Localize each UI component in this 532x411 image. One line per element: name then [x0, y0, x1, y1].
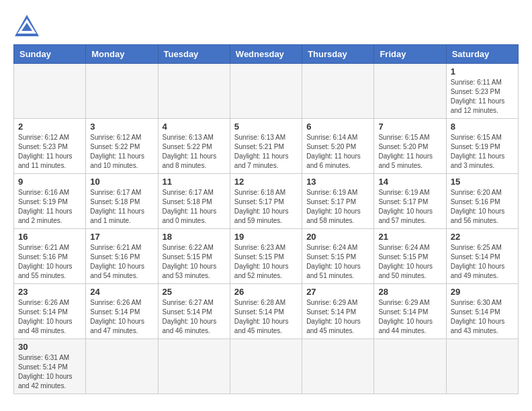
calendar-cell: [14, 64, 86, 119]
calendar-cell: 4Sunrise: 6:13 AMSunset: 5:22 PMDaylight…: [158, 119, 230, 174]
calendar-cell: [158, 64, 230, 119]
day-number: 14: [378, 177, 441, 187]
calendar-cell: 28Sunrise: 6:29 AMSunset: 5:14 PMDayligh…: [374, 284, 446, 339]
calendar-cell: 27Sunrise: 6:29 AMSunset: 5:14 PMDayligh…: [302, 284, 374, 339]
day-info: Sunrise: 6:25 AMSunset: 5:14 PMDaylight:…: [451, 243, 514, 281]
calendar-cell: 30Sunrise: 6:31 AMSunset: 5:14 PMDayligh…: [14, 339, 86, 394]
calendar-cell: [230, 339, 302, 394]
day-info: Sunrise: 6:20 AMSunset: 5:16 PMDaylight:…: [451, 188, 514, 226]
calendar-cell: 29Sunrise: 6:30 AMSunset: 5:14 PMDayligh…: [446, 284, 518, 339]
weekday-header: Monday: [86, 45, 158, 64]
day-info: Sunrise: 6:15 AMSunset: 5:20 PMDaylight:…: [378, 133, 441, 171]
day-info: Sunrise: 6:12 AMSunset: 5:22 PMDaylight:…: [90, 133, 153, 171]
calendar-cell: 20Sunrise: 6:24 AMSunset: 5:15 PMDayligh…: [302, 229, 374, 284]
calendar-cell: [302, 64, 374, 119]
day-info: Sunrise: 6:21 AMSunset: 5:16 PMDaylight:…: [90, 243, 153, 281]
calendar-cell: 14Sunrise: 6:19 AMSunset: 5:17 PMDayligh…: [374, 174, 446, 229]
calendar-cell: 13Sunrise: 6:19 AMSunset: 5:17 PMDayligh…: [302, 174, 374, 229]
calendar-cell: 25Sunrise: 6:27 AMSunset: 5:14 PMDayligh…: [158, 284, 230, 339]
day-number: 13: [306, 177, 369, 187]
page-header: [13, 13, 519, 38]
day-info: Sunrise: 6:29 AMSunset: 5:14 PMDaylight:…: [306, 298, 369, 336]
day-info: Sunrise: 6:29 AMSunset: 5:14 PMDaylight:…: [378, 298, 441, 336]
calendar-cell: 16Sunrise: 6:21 AMSunset: 5:16 PMDayligh…: [14, 229, 86, 284]
calendar-cell: 18Sunrise: 6:22 AMSunset: 5:15 PMDayligh…: [158, 229, 230, 284]
day-info: Sunrise: 6:23 AMSunset: 5:15 PMDaylight:…: [234, 243, 298, 281]
day-number: 15: [451, 177, 514, 187]
calendar-cell: 8Sunrise: 6:15 AMSunset: 5:19 PMDaylight…: [446, 119, 518, 174]
day-number: 26: [234, 287, 298, 297]
day-info: Sunrise: 6:17 AMSunset: 5:18 PMDaylight:…: [163, 188, 226, 226]
day-number: 24: [90, 287, 153, 297]
day-info: Sunrise: 6:13 AMSunset: 5:21 PMDaylight:…: [234, 133, 298, 171]
calendar-cell: 24Sunrise: 6:26 AMSunset: 5:14 PMDayligh…: [86, 284, 158, 339]
weekday-header: Friday: [374, 45, 446, 64]
calendar-cell: 26Sunrise: 6:28 AMSunset: 5:14 PMDayligh…: [230, 284, 302, 339]
calendar-cell: [86, 64, 158, 119]
calendar-cell: 7Sunrise: 6:15 AMSunset: 5:20 PMDaylight…: [374, 119, 446, 174]
calendar-cell: [86, 339, 158, 394]
calendar-cell: [158, 339, 230, 394]
weekday-header: Saturday: [446, 45, 518, 64]
day-info: Sunrise: 6:18 AMSunset: 5:17 PMDaylight:…: [234, 188, 298, 226]
day-number: 1: [451, 66, 514, 77]
calendar-cell: [230, 64, 302, 119]
weekday-header: Thursday: [302, 45, 374, 64]
day-number: 8: [451, 122, 514, 132]
day-number: 16: [18, 232, 81, 242]
calendar-cell: 23Sunrise: 6:26 AMSunset: 5:14 PMDayligh…: [14, 284, 86, 339]
day-number: 27: [306, 287, 369, 297]
day-info: Sunrise: 6:17 AMSunset: 5:18 PMDaylight:…: [90, 188, 153, 226]
day-number: 20: [306, 232, 369, 242]
day-info: Sunrise: 6:30 AMSunset: 5:14 PMDaylight:…: [451, 298, 514, 336]
day-info: Sunrise: 6:13 AMSunset: 5:22 PMDaylight:…: [163, 133, 226, 171]
day-number: 7: [378, 122, 441, 132]
day-info: Sunrise: 6:28 AMSunset: 5:14 PMDaylight:…: [234, 298, 298, 336]
day-info: Sunrise: 6:24 AMSunset: 5:15 PMDaylight:…: [378, 243, 441, 281]
calendar-cell: 19Sunrise: 6:23 AMSunset: 5:15 PMDayligh…: [230, 229, 302, 284]
logo: [13, 13, 44, 38]
calendar-cell: 11Sunrise: 6:17 AMSunset: 5:18 PMDayligh…: [158, 174, 230, 229]
day-number: 5: [234, 122, 298, 132]
day-info: Sunrise: 6:22 AMSunset: 5:15 PMDaylight:…: [163, 243, 226, 281]
day-number: 11: [163, 177, 226, 187]
calendar-cell: [446, 339, 518, 394]
day-number: 4: [163, 122, 226, 132]
calendar-cell: 2Sunrise: 6:12 AMSunset: 5:23 PMDaylight…: [14, 119, 86, 174]
day-number: 18: [163, 232, 226, 242]
calendar-cell: [374, 339, 446, 394]
day-number: 28: [378, 287, 441, 297]
calendar-cell: 5Sunrise: 6:13 AMSunset: 5:21 PMDaylight…: [230, 119, 302, 174]
weekday-header: Tuesday: [158, 45, 230, 64]
calendar-cell: 6Sunrise: 6:14 AMSunset: 5:20 PMDaylight…: [302, 119, 374, 174]
day-info: Sunrise: 6:15 AMSunset: 5:19 PMDaylight:…: [451, 133, 514, 171]
day-number: 9: [18, 177, 81, 187]
calendar-table: SundayMondayTuesdayWednesdayThursdayFrid…: [13, 44, 519, 394]
day-info: Sunrise: 6:26 AMSunset: 5:14 PMDaylight:…: [18, 298, 81, 336]
calendar-cell: 22Sunrise: 6:25 AMSunset: 5:14 PMDayligh…: [446, 229, 518, 284]
calendar-cell: 3Sunrise: 6:12 AMSunset: 5:22 PMDaylight…: [86, 119, 158, 174]
day-number: 2: [18, 122, 81, 132]
day-info: Sunrise: 6:21 AMSunset: 5:16 PMDaylight:…: [18, 243, 81, 281]
day-info: Sunrise: 6:14 AMSunset: 5:20 PMDaylight:…: [306, 133, 369, 171]
day-number: 19: [234, 232, 298, 242]
calendar-cell: 10Sunrise: 6:17 AMSunset: 5:18 PMDayligh…: [86, 174, 158, 229]
calendar-cell: 15Sunrise: 6:20 AMSunset: 5:16 PMDayligh…: [446, 174, 518, 229]
calendar-cell: [374, 64, 446, 119]
weekday-header: Wednesday: [230, 45, 302, 64]
day-info: Sunrise: 6:26 AMSunset: 5:14 PMDaylight:…: [90, 298, 153, 336]
day-number: 3: [90, 122, 153, 132]
day-info: Sunrise: 6:16 AMSunset: 5:19 PMDaylight:…: [18, 188, 81, 226]
day-number: 21: [378, 232, 441, 242]
day-number: 10: [90, 177, 153, 187]
day-info: Sunrise: 6:12 AMSunset: 5:23 PMDaylight:…: [18, 133, 81, 171]
calendar-cell: 9Sunrise: 6:16 AMSunset: 5:19 PMDaylight…: [14, 174, 86, 229]
logo-icon: [13, 13, 40, 38]
day-info: Sunrise: 6:27 AMSunset: 5:14 PMDaylight:…: [163, 298, 226, 336]
weekday-header: Sunday: [14, 45, 86, 64]
day-info: Sunrise: 6:24 AMSunset: 5:15 PMDaylight:…: [306, 243, 369, 281]
day-number: 29: [451, 287, 514, 297]
day-info: Sunrise: 6:31 AMSunset: 5:14 PMDaylight:…: [18, 353, 81, 391]
calendar-cell: 1Sunrise: 6:11 AMSunset: 5:23 PMDaylight…: [446, 64, 518, 119]
day-info: Sunrise: 6:19 AMSunset: 5:17 PMDaylight:…: [378, 188, 441, 226]
